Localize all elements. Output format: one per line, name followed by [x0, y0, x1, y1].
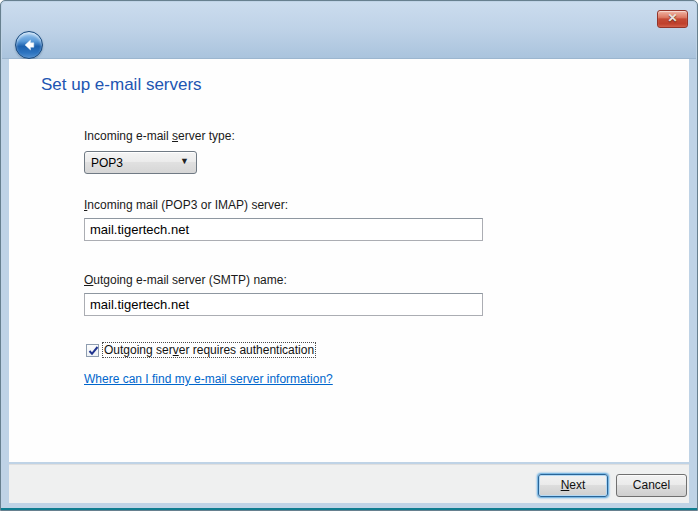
incoming-server-input[interactable]	[84, 218, 483, 241]
close-icon: ✕	[667, 11, 677, 25]
footer-bar: Next Cancel	[9, 464, 689, 503]
auth-checkbox-label[interactable]: Outgoing server requires authentication	[103, 343, 315, 357]
chevron-down-icon: ▼	[180, 156, 189, 166]
wizard-window: ✕ Set up e-mail servers Incoming e-mail …	[0, 0, 698, 511]
back-button[interactable]	[15, 31, 43, 59]
window-bottom-edge	[1, 508, 697, 510]
cancel-button[interactable]: Cancel	[616, 474, 687, 497]
auth-checkbox-row: Outgoing server requires authentication	[86, 343, 315, 357]
next-button[interactable]: Next	[538, 474, 608, 497]
titlebar: ✕	[2, 2, 696, 59]
outgoing-server-input[interactable]	[84, 293, 483, 316]
wizard-content: Set up e-mail servers Incoming e-mail se…	[9, 59, 689, 462]
outgoing-server-label: Outgoing e-mail server (SMTP) name:	[84, 273, 287, 287]
server-info-help-link[interactable]: Where can I find my e-mail server inform…	[84, 372, 333, 386]
incoming-server-label: Incoming mail (POP3 or IMAP) server:	[84, 198, 288, 212]
auth-checkbox[interactable]	[86, 344, 99, 357]
page-title: Set up e-mail servers	[41, 75, 202, 95]
close-button[interactable]: ✕	[657, 10, 688, 28]
server-type-dropdown[interactable]: POP3 ▼	[84, 151, 197, 174]
server-type-label: Incoming e-mail server type:	[84, 129, 235, 143]
server-type-value: POP3	[91, 156, 123, 170]
